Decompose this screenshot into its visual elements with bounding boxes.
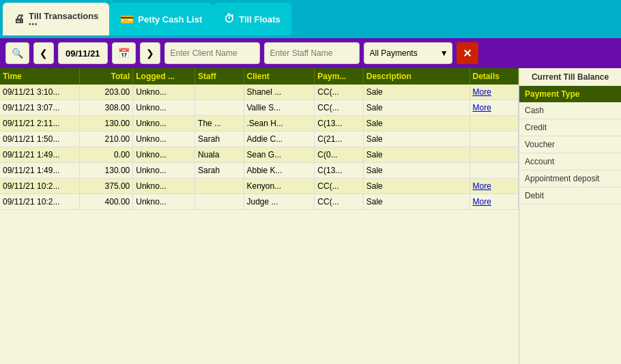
- calendar-button[interactable]: 📅: [112, 42, 136, 64]
- tab-petty-cash[interactable]: 💳 Petty Cash List: [109, 3, 213, 35]
- table-row: 09/11/21 2:11...130.00Unkno...The ....Se…: [0, 116, 519, 132]
- cell-time: 09/11/21 10:2...: [0, 194, 80, 210]
- cell-logged: Unkno...: [133, 147, 195, 163]
- cell-payment: CC(...: [315, 100, 363, 116]
- payment-type-item[interactable]: Credit: [519, 119, 621, 136]
- cell-staff: Sarah: [195, 163, 244, 179]
- cell-time: 09/11/21 1:49...: [0, 163, 80, 179]
- cell-total: 210.00: [80, 132, 133, 147]
- more-link[interactable]: More: [473, 181, 491, 191]
- cell-payment: C(13...: [315, 116, 363, 132]
- cell-total: 130.00: [80, 116, 133, 132]
- cell-staff: [195, 179, 244, 194]
- col-header-time: Time: [0, 68, 80, 85]
- col-header-payment: Paym...: [315, 68, 363, 85]
- cell-description: Sale: [363, 85, 470, 100]
- staff-name-input[interactable]: [264, 42, 360, 64]
- cell-payment: C(13...: [315, 163, 363, 179]
- cell-staff: The ...: [195, 116, 244, 132]
- prev-icon: ❮: [40, 48, 48, 59]
- payment-select[interactable]: All Payments Cash Credit Voucher Account…: [364, 42, 452, 64]
- table-row: 09/11/21 10:2...375.00Unkno...Kenyon...C…: [0, 179, 519, 194]
- cell-description: Sale: [363, 100, 470, 116]
- payment-type-item[interactable]: Account: [519, 153, 621, 170]
- table-row: 09/11/21 3:07...308.00Unkno...Vallie S..…: [0, 100, 519, 116]
- table-header-row: Time Total Logged ... Staff Client Paym.…: [0, 68, 519, 85]
- tab-till-floats[interactable]: ⏱ Till Floats: [213, 3, 291, 35]
- more-link[interactable]: More: [473, 197, 491, 207]
- cell-staff: Nuala: [195, 147, 244, 163]
- cell-client: Judge ...: [244, 194, 315, 210]
- cell-time: 09/11/21 10:2...: [0, 179, 80, 194]
- cell-staff: Sarah: [195, 132, 244, 147]
- cell-staff: [195, 194, 244, 210]
- cell-details[interactable]: More: [470, 179, 518, 194]
- clear-button[interactable]: ✕: [457, 42, 478, 64]
- cell-time: 09/11/21 2:11...: [0, 116, 80, 132]
- cell-payment: CC(...: [315, 85, 363, 100]
- tab-dots: •••: [29, 21, 98, 28]
- right-panel: Current Till Balance Payment Type CashCr…: [519, 68, 621, 364]
- cell-description: Sale: [363, 147, 470, 163]
- cell-payment: C(0...: [315, 147, 363, 163]
- search-button[interactable]: 🔍: [5, 42, 29, 64]
- table-row: 09/11/21 3:10...203.00Unkno...Shanel ...…: [0, 85, 519, 100]
- cell-total: 400.00: [80, 194, 133, 210]
- cell-client: Addie C...: [244, 132, 315, 147]
- cell-logged: Unkno...: [133, 179, 195, 194]
- toolbar: 🔍 ❮ 09/11/21 📅 ❯ All Payments Cash Credi…: [0, 38, 621, 68]
- cell-payment: CC(...: [315, 194, 363, 210]
- payment-select-wrap: All Payments Cash Credit Voucher Account…: [364, 42, 452, 64]
- more-link[interactable]: More: [473, 87, 491, 97]
- cell-details[interactable]: More: [470, 100, 518, 116]
- cell-client: .Sean H...: [244, 116, 315, 132]
- next-button[interactable]: ❯: [140, 42, 160, 64]
- prev-button[interactable]: ❮: [33, 42, 54, 64]
- tab-petty-cash-label: Petty Cash List: [138, 14, 202, 25]
- search-icon: 🔍: [12, 48, 23, 59]
- col-header-staff: Staff: [195, 68, 244, 85]
- next-icon: ❯: [146, 48, 154, 59]
- main-area: Time Total Logged ... Staff Client Paym.…: [0, 68, 621, 364]
- cell-description: Sale: [363, 163, 470, 179]
- calendar-icon: 📅: [118, 48, 130, 59]
- tab-till-transactions-label: Till Transactions: [29, 11, 98, 21]
- cell-logged: Unkno...: [133, 163, 195, 179]
- client-name-input[interactable]: [164, 42, 260, 64]
- date-value: 09/11/21: [66, 48, 100, 59]
- cell-details: [470, 163, 518, 179]
- table-row: 09/11/21 1:50...210.00Unkno...SarahAddie…: [0, 132, 519, 147]
- till-balance-label: Current Till Balance: [519, 68, 621, 86]
- cell-total: 375.00: [80, 179, 133, 194]
- petty-cash-icon: 💳: [120, 13, 134, 26]
- table-row: 09/11/21 1:49...0.00Unkno...NualaSean G.…: [0, 147, 519, 163]
- cell-details[interactable]: More: [470, 85, 518, 100]
- cell-payment: C(21...: [315, 132, 363, 147]
- cell-logged: Unkno...: [133, 100, 195, 116]
- payment-type-item[interactable]: Cash: [519, 102, 621, 119]
- col-header-details: Details: [470, 68, 518, 85]
- col-header-client: Client: [244, 68, 315, 85]
- cell-details[interactable]: More: [470, 194, 518, 210]
- cell-time: 09/11/21 1:50...: [0, 132, 80, 147]
- till-floats-icon: ⏱: [224, 13, 235, 25]
- cell-logged: Unkno...: [133, 116, 195, 132]
- cell-time: 09/11/21 3:07...: [0, 100, 80, 116]
- table-body: 09/11/21 3:10...203.00Unkno...Shanel ...…: [0, 85, 519, 210]
- col-header-logged: Logged ...: [133, 68, 195, 85]
- payment-type-header: Payment Type: [519, 86, 621, 102]
- cell-logged: Unkno...: [133, 85, 195, 100]
- payment-type-item[interactable]: Voucher: [519, 136, 621, 153]
- cell-logged: Unkno...: [133, 132, 195, 147]
- more-link[interactable]: More: [473, 103, 491, 112]
- cell-total: 308.00: [80, 100, 133, 116]
- cell-total: 130.00: [80, 163, 133, 179]
- payment-type-item[interactable]: Appointment deposit: [519, 170, 621, 187]
- cell-description: Sale: [363, 116, 470, 132]
- payment-type-item[interactable]: Debit: [519, 187, 621, 204]
- tab-till-transactions[interactable]: 🖨 Till Transactions •••: [3, 3, 109, 35]
- col-header-description: Description: [363, 68, 470, 85]
- clear-icon: ✕: [463, 47, 472, 60]
- cell-client: Vallie S...: [244, 100, 315, 116]
- cell-client: Shanel ...: [244, 85, 315, 100]
